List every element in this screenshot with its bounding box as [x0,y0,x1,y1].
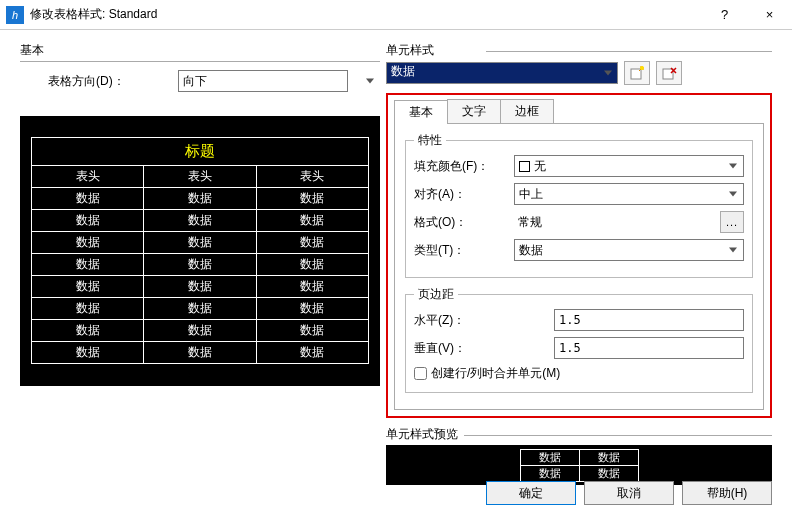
format-value: 常规 [514,214,716,231]
fill-color-select[interactable]: 无 [514,155,744,177]
svg-point-1 [640,66,644,70]
preview-data-cell: 数据 [144,342,256,364]
cell-preview-cell: 数据 [579,449,638,465]
close-button[interactable]: × [747,0,792,30]
preview-data-cell: 数据 [256,342,368,364]
table-preview: 标题 表头 表头 表头 数据数据数据 数据数据数据 数据数据数据 数据数据数据 … [20,116,380,386]
cell-preview-cell: 数据 [520,449,579,465]
tab-basic[interactable]: 基本 [394,100,448,124]
props-legend: 特性 [414,132,446,149]
align-label: 对齐(A)： [414,186,514,203]
direction-select[interactable]: 向下 [178,70,348,92]
cell-style-preview: 数据数据 数据数据 [386,445,772,485]
h-margin-label: 水平(Z)： [414,312,554,329]
preview-data-cell: 数据 [144,320,256,342]
type-label: 类型(T)： [414,242,514,259]
preview-data-cell: 数据 [32,342,144,364]
cell-preview-cell: 数据 [579,465,638,481]
margin-legend: 页边距 [414,286,458,303]
tab-text[interactable]: 文字 [447,99,501,123]
new-style-button[interactable] [624,61,650,85]
cell-preview-label: 单元样式预览 [386,426,458,443]
v-margin-label: 垂直(V)： [414,340,554,357]
merge-label: 创建行/列时合并单元(M) [431,365,560,382]
preview-data-cell: 数据 [144,188,256,210]
preview-data-cell: 数据 [256,254,368,276]
preview-data-cell: 数据 [32,210,144,232]
preview-data-cell: 数据 [144,232,256,254]
cell-style-section-label: 单元样式 [386,42,434,59]
preview-data-cell: 数据 [144,254,256,276]
type-select[interactable]: 数据 [514,239,744,261]
merge-checkbox[interactable] [414,367,427,380]
preview-data-cell: 数据 [144,298,256,320]
cell-preview-cell: 数据 [520,465,579,481]
preview-data-cell: 数据 [32,232,144,254]
tab-border[interactable]: 边框 [500,99,554,123]
preview-data-cell: 数据 [32,254,144,276]
preview-data-cell: 数据 [256,298,368,320]
fill-color-label: 填充颜色(F)： [414,158,514,175]
preview-header-cell: 表头 [144,166,256,188]
preview-data-cell: 数据 [32,320,144,342]
preview-data-cell: 数据 [32,276,144,298]
basic-section-label: 基本 [20,42,380,59]
preview-data-cell: 数据 [32,298,144,320]
app-icon: h [6,6,24,24]
preview-data-cell: 数据 [32,188,144,210]
format-label: 格式(O)： [414,214,514,231]
cell-style-select[interactable]: 数据 [386,62,618,84]
highlighted-settings-area: 基本 文字 边框 特性 填充颜色(F)： 无 [386,93,772,418]
h-margin-input[interactable] [554,309,744,331]
v-margin-input[interactable] [554,337,744,359]
cancel-button[interactable]: 取消 [584,481,674,505]
preview-data-cell: 数据 [256,210,368,232]
new-icon [629,65,645,81]
delete-style-button[interactable] [656,61,682,85]
format-more-button[interactable]: ... [720,211,744,233]
color-swatch-icon [519,161,530,172]
help-button-footer[interactable]: 帮助(H) [682,481,772,505]
help-button[interactable]: ? [702,0,747,30]
direction-label: 表格方向(D)： [48,73,178,90]
window-title: 修改表格样式: Standard [30,6,702,23]
preview-header-cell: 表头 [32,166,144,188]
preview-data-cell: 数据 [256,232,368,254]
svg-rect-2 [663,69,673,79]
align-select[interactable]: 中上 [514,183,744,205]
preview-data-cell: 数据 [144,276,256,298]
preview-title-cell: 标题 [32,138,369,166]
ok-button[interactable]: 确定 [486,481,576,505]
delete-icon [661,65,677,81]
preview-data-cell: 数据 [144,210,256,232]
titlebar: h 修改表格样式: Standard ? × [0,0,792,30]
preview-data-cell: 数据 [256,320,368,342]
preview-data-cell: 数据 [256,188,368,210]
preview-header-cell: 表头 [256,166,368,188]
preview-data-cell: 数据 [256,276,368,298]
